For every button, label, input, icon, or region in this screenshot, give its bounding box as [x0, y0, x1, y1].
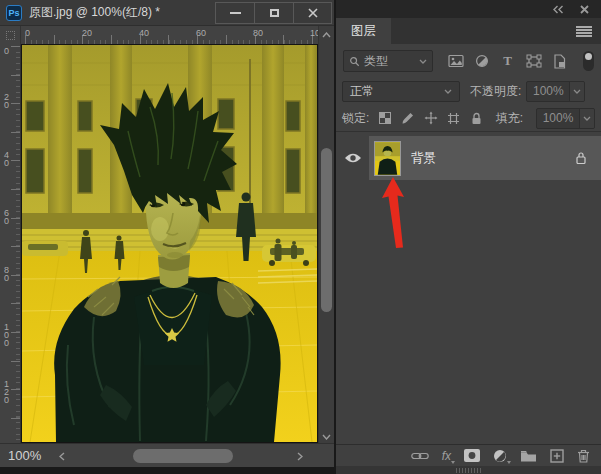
- chevron-down-icon: [583, 116, 591, 121]
- new-layer-icon: [550, 449, 564, 463]
- canvas-image[interactable]: [22, 45, 317, 442]
- layers-list[interactable]: 背景: [336, 132, 601, 444]
- window-controls: [215, 2, 332, 24]
- ruler-number: 60: [4, 209, 10, 225]
- layer-name: 背景: [411, 150, 575, 167]
- horizontal-scrollbar-thumb[interactable]: [133, 449, 233, 463]
- ruler-number: 20: [4, 93, 10, 109]
- opacity-dropdown-button[interactable]: [569, 82, 584, 101]
- layer-effects-icon: fx: [442, 449, 451, 463]
- document-titlebar[interactable]: Ps 原图.jpg @ 100%(红/8) *: [0, 0, 334, 26]
- blend-mode-row: 正常 不透明度: 100%: [336, 78, 601, 105]
- filter-type-select[interactable]: 类型: [343, 50, 433, 72]
- minimize-icon: [230, 12, 241, 14]
- filter-toggle[interactable]: [583, 51, 594, 71]
- panel-resize-grip[interactable]: [336, 466, 601, 474]
- lock-transparency-icon[interactable]: [377, 110, 392, 127]
- ruler-row: 0 20 40 60 80 10: [0, 26, 334, 44]
- new-adjustment-button[interactable]: [493, 449, 507, 463]
- collapse-panels-icon[interactable]: [552, 5, 564, 14]
- photoshop-workspace: { "doc_window": { "app_icon_label": "Ps"…: [0, 0, 601, 474]
- layer-effects-button[interactable]: fx: [442, 449, 451, 463]
- photoshop-app-icon: Ps: [6, 5, 22, 21]
- document-title: 原图.jpg @ 100%(红/8) *: [29, 4, 215, 21]
- vertical-scrollbar[interactable]: [318, 44, 334, 443]
- new-group-icon: [520, 449, 537, 462]
- grip-icon: [456, 468, 482, 473]
- maximize-button[interactable]: [254, 2, 293, 24]
- scroll-right-button[interactable]: [292, 448, 308, 464]
- fill-field[interactable]: 100%: [536, 108, 595, 129]
- layer-locked-icon[interactable]: [575, 151, 587, 165]
- layer-thumbnail[interactable]: [374, 141, 401, 176]
- ruler-number: 80: [4, 266, 10, 282]
- vertical-ruler[interactable]: 0 20 40 60 80 100 120: [0, 44, 21, 443]
- new-group-button[interactable]: [520, 449, 537, 462]
- horizontal-ruler[interactable]: 0 20 40 60 80 10: [21, 26, 318, 44]
- add-mask-icon: [464, 449, 480, 462]
- close-button[interactable]: [293, 2, 332, 24]
- layers-panel-toolbar: fx: [336, 444, 601, 466]
- layer-visibility-toggle[interactable]: [336, 136, 369, 180]
- ruler-origin[interactable]: [0, 26, 21, 44]
- tab-layers-label: 图层: [351, 23, 376, 40]
- close-panel-icon[interactable]: [580, 5, 589, 14]
- panel-tab-row: 图层: [336, 18, 601, 44]
- adjustment-filter-icon[interactable]: [473, 53, 490, 70]
- zoom-level-field[interactable]: 100%: [8, 448, 41, 463]
- document-statusbar: 100%: [0, 443, 334, 467]
- ruler-number: 40: [4, 151, 10, 167]
- canvas-area[interactable]: [21, 44, 318, 443]
- link-layers-button[interactable]: [411, 451, 429, 461]
- new-layer-button[interactable]: [550, 449, 564, 463]
- ruler-number: 20: [82, 28, 92, 38]
- filter-toggle-knob: [585, 53, 592, 60]
- pixel-layer-filter-icon[interactable]: [447, 53, 464, 70]
- shape-filter-icon[interactable]: [525, 53, 542, 70]
- ruler-number: 0: [25, 28, 30, 38]
- tab-layers[interactable]: 图层: [336, 18, 391, 44]
- ruler-number: 80: [253, 28, 263, 38]
- lock-row: 锁定: 填充: 100%: [336, 105, 601, 131]
- scroll-up-button[interactable]: [318, 26, 334, 44]
- opacity-field[interactable]: 100%: [526, 81, 585, 102]
- layers-panel: 图层 类型 T 正常: [336, 0, 601, 474]
- smart-object-filter-icon[interactable]: [551, 53, 568, 70]
- scroll-down-button[interactable]: [319, 434, 334, 440]
- blend-mode-select[interactable]: 正常: [342, 81, 460, 102]
- scroll-left-button[interactable]: [54, 448, 70, 464]
- filter-icon-buttons: T: [447, 53, 568, 70]
- visibility-eye-icon: [344, 152, 362, 164]
- lock-artboard-icon[interactable]: [446, 110, 461, 127]
- vertical-scrollbar-thumb[interactable]: [321, 148, 332, 312]
- ruler-number: 100: [4, 323, 10, 347]
- opacity-value: 100%: [527, 82, 569, 101]
- document-window: Ps 原图.jpg @ 100%(红/8) * 0 20 40 60 80 10…: [0, 0, 334, 467]
- add-mask-button[interactable]: [464, 449, 480, 462]
- type-filter-icon[interactable]: T: [499, 53, 516, 70]
- lock-all-icon[interactable]: [469, 110, 484, 127]
- delete-layer-icon: [577, 449, 590, 463]
- opacity-label: 不透明度:: [470, 83, 521, 100]
- chevron-down-icon: [573, 89, 581, 94]
- search-icon: [349, 56, 360, 67]
- panel-top-strip: [336, 0, 601, 18]
- ruler-number: 60: [196, 28, 206, 38]
- minimize-button[interactable]: [215, 2, 254, 24]
- fill-dropdown-button[interactable]: [579, 109, 594, 128]
- layer-row-background[interactable]: 背景: [336, 136, 601, 180]
- lock-label: 锁定:: [342, 110, 369, 127]
- filter-type-label: 类型: [364, 53, 415, 70]
- chevron-right-icon: [297, 452, 303, 461]
- caret-down-icon: [451, 461, 455, 464]
- lock-position-icon[interactable]: [423, 110, 438, 127]
- chevron-down-icon: [322, 434, 331, 440]
- layer-row-body[interactable]: 背景: [369, 136, 601, 180]
- caret-down-icon: [507, 461, 511, 464]
- fill-value: 100%: [537, 109, 579, 128]
- lock-pixels-icon[interactable]: [400, 110, 415, 127]
- delete-layer-button[interactable]: [577, 449, 590, 463]
- panel-menu-icon[interactable]: [576, 26, 592, 37]
- chevron-up-icon: [322, 32, 331, 38]
- ruler-number: 120: [4, 380, 10, 404]
